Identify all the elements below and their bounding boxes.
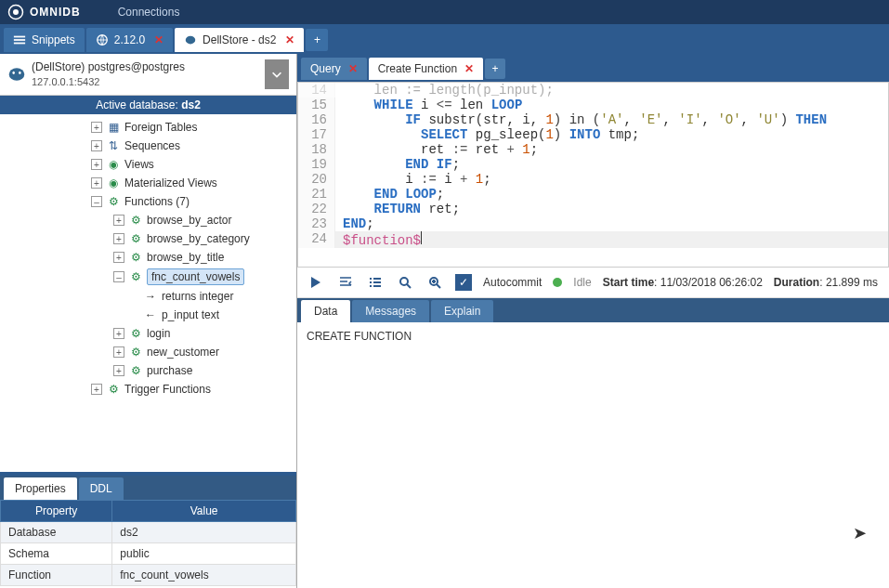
expand-icon[interactable] — [113, 252, 124, 263]
globe-icon — [96, 33, 109, 46]
table-row: Schemapublic — [1, 543, 296, 565]
svg-rect-11 — [373, 278, 381, 280]
tree-pinput[interactable]: ←p_input text — [2, 306, 294, 324]
editor-toolbar: ✓ Autocommit Idle Start time: 11/03/2018… — [297, 268, 889, 298]
svg-point-16 — [400, 278, 408, 285]
active-database-bar: Active database: ds2 — [0, 96, 296, 114]
svg-point-8 — [12, 72, 15, 74]
status-indicator — [553, 278, 562, 287]
tab-pg212[interactable]: 2.12.0 ✕ — [86, 28, 173, 52]
search-button[interactable] — [396, 273, 414, 292]
app-header: OMNIDB Connections — [0, 0, 889, 24]
expand-icon[interactable] — [91, 159, 102, 170]
tree-fn-browse-actor[interactable]: ⚙browse_by_actor — [2, 211, 294, 229]
postgres-icon — [7, 65, 26, 84]
tree-fn-browse-category[interactable]: ⚙browse_by_category — [2, 229, 294, 248]
tab-query[interactable]: Query✕ — [301, 58, 367, 80]
expand-icon[interactable] — [91, 122, 102, 133]
mouse-cursor-icon: ➤ — [853, 523, 867, 543]
tab-ddl[interactable]: DDL — [79, 477, 124, 500]
th-value: Value — [112, 501, 296, 522]
right-panel: Query✕ Create Function✕ + 14 len := leng… — [297, 54, 889, 588]
tab-properties[interactable]: Properties — [4, 477, 77, 500]
zoom-button[interactable] — [425, 273, 444, 292]
tree-views[interactable]: ◉Views — [2, 155, 294, 174]
expand-icon[interactable] — [113, 365, 124, 376]
th-property: Property — [1, 501, 112, 522]
tree-fn-count-vowels[interactable]: ⚙fnc_count_vowels — [2, 267, 294, 287]
result-body: CREATE FUNCTION ➤ — [297, 322, 889, 588]
tree-trigger-functions[interactable]: ⚙Trigger Functions — [2, 380, 294, 399]
brand-logo: OMNIDB — [7, 4, 81, 20]
expand-icon[interactable] — [91, 384, 102, 395]
code-editor[interactable]: 14 len := length(p_input); 15 WHILE i <=… — [297, 82, 889, 268]
run-button[interactable] — [307, 273, 325, 292]
add-editor-tab[interactable]: + — [485, 59, 505, 79]
close-icon[interactable]: ✕ — [154, 33, 163, 46]
tree-fn-purchase[interactable]: ⚙purchase — [2, 361, 294, 380]
result-text: CREATE FUNCTION — [307, 330, 412, 343]
gear-icon: ⚙ — [128, 326, 143, 341]
brand-icon — [7, 4, 24, 20]
format-button[interactable] — [366, 273, 385, 292]
table-icon: ▦ — [106, 120, 121, 135]
add-tab-button[interactable]: + — [306, 29, 328, 51]
arrow-right-icon: → — [143, 289, 158, 304]
tab-snippets[interactable]: Snippets — [4, 28, 85, 52]
collapse-icon[interactable] — [91, 196, 102, 207]
status-text: Idle — [573, 276, 591, 289]
expand-icon[interactable] — [113, 328, 124, 339]
tree-returns[interactable]: →returns integer — [2, 287, 294, 306]
chevron-down-icon — [270, 68, 283, 81]
start-time: Start time: 11/03/2018 06:26:02 — [603, 276, 763, 289]
svg-rect-4 — [14, 43, 25, 45]
expand-icon[interactable] — [113, 215, 124, 226]
tree-fn-new-customer[interactable]: ⚙new_customer — [2, 343, 294, 361]
sequence-icon: ⇅ — [106, 138, 121, 153]
tree-sequences[interactable]: ⇅Sequences — [2, 137, 294, 155]
tab-create-function[interactable]: Create Function✕ — [369, 58, 483, 80]
connection-bar: (DellStore) postgres@postgres 127.0.0.1:… — [0, 54, 296, 96]
close-icon[interactable]: ✕ — [285, 33, 294, 46]
top-tabs: Snippets 2.12.0 ✕ DellStore - ds2 ✕ + — [0, 24, 889, 54]
svg-point-6 — [186, 36, 196, 45]
expand-icon[interactable] — [91, 140, 102, 151]
elephant-icon — [184, 33, 197, 46]
connection-title: (DellStore) postgres@postgres — [32, 60, 265, 75]
object-tree[interactable]: ▦Foreign Tables ⇅Sequences ◉Views ◉Mater… — [0, 114, 296, 472]
tab-dellstore[interactable]: DellStore - ds2 ✕ — [175, 28, 304, 52]
gear-icon: ⚙ — [128, 231, 143, 246]
autocommit-checkbox[interactable]: ✓ — [455, 274, 472, 291]
tree-fn-login[interactable]: ⚙login — [2, 324, 294, 343]
tab-data[interactable]: Data — [301, 300, 350, 322]
gear-icon: ⚙ — [128, 269, 143, 284]
list-icon — [13, 33, 26, 46]
indent-button[interactable] — [336, 273, 355, 292]
tree-fn-browse-title[interactable]: ⚙browse_by_title — [2, 248, 294, 267]
eye-icon: ◉ — [106, 176, 121, 190]
arrow-left-icon: ← — [143, 307, 158, 322]
svg-rect-15 — [373, 285, 381, 287]
tab-explain[interactable]: Explain — [431, 300, 493, 322]
tab-snippets-label: Snippets — [32, 33, 75, 46]
gear-icon: ⚙ — [106, 194, 121, 209]
connections-link[interactable]: Connections — [118, 6, 180, 19]
table-row: Databaseds2 — [1, 522, 296, 543]
gear-icon: ⚙ — [128, 250, 143, 265]
tab-messages[interactable]: Messages — [352, 300, 429, 322]
expand-icon[interactable] — [113, 346, 124, 358]
tree-foreign-tables[interactable]: ▦Foreign Tables — [2, 118, 294, 137]
close-icon[interactable]: ✕ — [348, 62, 358, 75]
expand-icon[interactable] — [91, 177, 102, 189]
collapse-icon[interactable] — [113, 271, 124, 282]
close-icon[interactable]: ✕ — [464, 62, 474, 75]
tree-mat-views[interactable]: ◉Materialized Views — [2, 174, 294, 192]
expand-icon[interactable] — [113, 233, 124, 244]
svg-point-1 — [13, 9, 19, 15]
tree-functions[interactable]: ⚙Functions (7) — [2, 192, 294, 211]
duration: Duration: 21.899 ms — [774, 276, 878, 289]
connection-dropdown[interactable] — [265, 59, 289, 89]
connection-host: 127.0.0.1:5432 — [32, 75, 265, 88]
svg-point-7 — [9, 68, 25, 80]
editor-tabs: Query✕ Create Function✕ + — [297, 54, 889, 82]
